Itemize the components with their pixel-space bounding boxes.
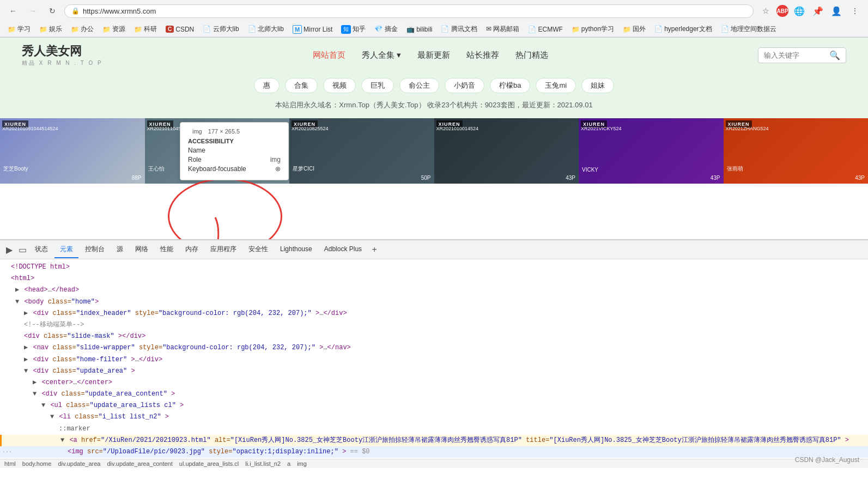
- menu-button[interactable]: ⋮: [847, 3, 863, 19]
- star-button[interactable]: ☆: [758, 3, 773, 19]
- cursor-icon[interactable]: ▶: [3, 244, 15, 256]
- image-card-1[interactable]: XIUREN XR202101091044514524 芝芝Booty 88P: [0, 118, 145, 184]
- tooltip-element-type: img: [192, 128, 202, 135]
- browser-chrome: ← → ↻ 🔒 https://www.xrmn5.com ☆ ABP 🌐 📌 …: [0, 0, 868, 38]
- nav-recommend[interactable]: 站长推荐: [466, 50, 499, 60]
- status-html: html: [4, 460, 16, 467]
- bookmark-csdn[interactable]: C CSDN: [162, 25, 197, 34]
- tooltip-element-info: img 177 × 265.5: [188, 128, 281, 135]
- nav-hot[interactable]: 热门精选: [515, 50, 548, 60]
- tag-video[interactable]: 视频: [323, 78, 356, 93]
- site-search[interactable]: 🔍: [758, 47, 846, 63]
- tags-section: 惠 合集 视频 巨乳 俞公主 小奶音 柠檬ba 玉兔mi 姐妹 本站启用永久域名…: [0, 72, 868, 118]
- tooltip-dimensions: 177 × 265.5: [208, 128, 240, 135]
- inspect-icon[interactable]: ▭: [16, 244, 28, 256]
- status-body: body.home: [22, 460, 52, 467]
- code-line: ▶ <nav class="slide-wrapper" style="back…: [0, 342, 868, 354]
- bookmark-item[interactable]: 📁 学习: [4, 23, 34, 35]
- code-line: ▶ <div class="postlist-imagenum" >…</div…: [0, 458, 868, 459]
- folder-icon: 📁: [623, 26, 631, 33]
- image-card-3[interactable]: XIUREN XR20210825524 星萝CICI 50P: [289, 118, 434, 184]
- bookmark-item[interactable]: 📁 资源: [99, 23, 129, 35]
- nav-home[interactable]: 网站首页: [313, 50, 345, 60]
- devtools-content[interactable]: <!DOCTYPE html> <html> ▶ <head>…</head> …: [0, 259, 868, 459]
- bookmark-bilibili[interactable]: 📺 bilibili: [403, 25, 436, 34]
- tag-jiemei[interactable]: 姐妹: [581, 78, 614, 93]
- folder-icon: 📁: [572, 26, 580, 33]
- bookmark-item[interactable]: 📁 办公: [68, 23, 97, 35]
- tab-security[interactable]: 安全性: [243, 241, 274, 258]
- bookmark-item[interactable]: 📁 娱乐: [36, 23, 65, 35]
- tag-heji[interactable]: 合集: [285, 78, 318, 93]
- bookmark-item[interactable]: 📄 hyperledger文档: [651, 23, 715, 35]
- watermark: CSDN @Jack_August: [795, 456, 859, 464]
- address-bar[interactable]: 🔒 https://www.xrmn5.com: [64, 4, 754, 18]
- bookmark-item[interactable]: 📄 北师大lib: [245, 23, 287, 35]
- add-tab-icon[interactable]: +: [368, 244, 380, 256]
- tag-yumi[interactable]: 玉兔mi: [536, 78, 576, 93]
- bookmark-mirror[interactable]: M Mirror List: [289, 24, 336, 35]
- code-line: <html>: [0, 273, 868, 284]
- extension-btn-4[interactable]: 👤: [829, 3, 844, 19]
- devtools-panel: ▶ ▭ 状态 元素 控制台 源 网络 性能 内存 应用程序 安全性 Lighth…: [0, 239, 868, 468]
- forward-button[interactable]: →: [25, 3, 40, 19]
- tag-juru[interactable]: 巨乳: [361, 78, 394, 93]
- search-input[interactable]: [764, 51, 829, 59]
- image-card-4[interactable]: XIUREN XR2021010014524 43P: [434, 118, 579, 184]
- tab-source[interactable]: 源: [111, 241, 129, 258]
- bookmark-item[interactable]: ✉ 网易邮箱: [483, 23, 523, 35]
- code-line: ▶ <center>…</center>: [0, 377, 868, 388]
- site-logo-container: 秀人美女网 精品 X R M N . T O P: [22, 43, 103, 67]
- bookmark-zhihu[interactable]: 知 知乎: [338, 23, 369, 35]
- tooltip-keyboard-label: Keyboard-focusable: [188, 165, 246, 173]
- images-grid: XIUREN XR202101091044514524 芝芝Booty 88P …: [0, 118, 868, 184]
- bookmark-item[interactable]: 📄 ECMWF: [525, 25, 566, 34]
- tag-yugongzhu[interactable]: 俞公主: [399, 78, 439, 93]
- code-line-img: ... <img src="/UploadFile/pic/9023.jpg" …: [0, 446, 868, 458]
- nav-latest[interactable]: 最新更新: [417, 50, 450, 60]
- subtitle: XR2021010014524: [436, 126, 479, 131]
- tab-lighthouse[interactable]: Lighthouse: [275, 242, 318, 257]
- tab-adblock[interactable]: Adblock Plus: [319, 242, 367, 257]
- bookmark-item[interactable]: 📄 地理空间数据云: [718, 23, 780, 35]
- tag-ningmeng[interactable]: 柠檬ba: [490, 78, 530, 93]
- tag-hui[interactable]: 惠: [254, 78, 280, 93]
- tooltip-name-row: Name: [188, 147, 281, 154]
- extension-btn-1[interactable]: ABP: [776, 5, 788, 17]
- bookmark-item[interactable]: 📁 python学习: [568, 23, 617, 35]
- tab-application[interactable]: 应用程序: [205, 241, 242, 258]
- tab-network[interactable]: 网络: [130, 241, 154, 258]
- lock-icon: 🔒: [71, 7, 80, 15]
- bookmark-item[interactable]: 💎 摘金: [371, 23, 400, 35]
- site-logo-sub: 精品 X R M N . T O P: [22, 59, 103, 67]
- extension-btn-3[interactable]: 📌: [810, 3, 825, 19]
- img-count: 88P: [132, 175, 142, 181]
- status-div-update: div.update_area: [58, 460, 100, 467]
- img-label: VICKY: [582, 167, 598, 173]
- tab-performance[interactable]: 性能: [155, 241, 179, 258]
- search-icon[interactable]: 🔍: [829, 50, 840, 60]
- tab-console[interactable]: 控制台: [80, 241, 110, 258]
- tab-memory[interactable]: 内存: [180, 241, 204, 258]
- extension-btn-2[interactable]: 🌐: [792, 3, 807, 19]
- tooltip-keyboard-row: Keyboard-focusable ⊗: [188, 165, 281, 173]
- image-card-5[interactable]: XIUREN XR2021VICKY524 VICKY 43P: [579, 118, 724, 184]
- code-line: <!DOCTYPE html>: [0, 262, 868, 273]
- code-line: ▼ <div class="update_area_content" >: [0, 388, 868, 400]
- image-card-6[interactable]: XIUREN XR2021ZHANG524 张雨萌 43P: [724, 118, 869, 184]
- tag-xiaonaiyin[interactable]: 小奶音: [445, 78, 484, 93]
- back-button[interactable]: ←: [5, 3, 21, 19]
- reload-button[interactable]: ↻: [45, 3, 60, 19]
- bookmark-item[interactable]: 📄 云师大lib: [199, 23, 242, 35]
- tab-elements[interactable]: 元素: [54, 241, 78, 258]
- status-li: li.i_list.list_n2: [245, 460, 281, 467]
- nav-all[interactable]: 秀人全集 ▾: [362, 50, 401, 60]
- tooltip-name-label: Name: [188, 147, 205, 154]
- bookmark-item[interactable]: 📄 腾讯文档: [438, 23, 480, 35]
- tab-status[interactable]: 状态: [29, 241, 53, 258]
- status-a: a: [287, 460, 290, 467]
- bookmarks-bar: 📁 学习 📁 娱乐 📁 办公 📁 资源 📁 科研 C CSDN 📄 云师大lib…: [0, 22, 868, 37]
- bookmark-item[interactable]: 📁 国外: [620, 23, 649, 35]
- bookmark-item[interactable]: 📁 科研: [131, 23, 160, 35]
- img-label: 星萝CICI: [293, 165, 314, 173]
